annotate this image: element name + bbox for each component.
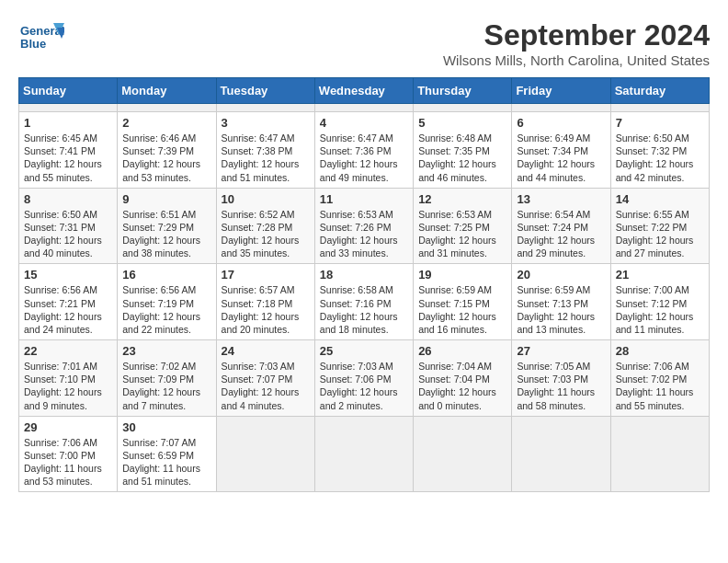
day-number: 27	[517, 344, 605, 358]
calendar-cell: 9Sunrise: 6:51 AM Sunset: 7:29 PM Daylig…	[118, 188, 216, 264]
calendar-cell: 12Sunrise: 6:53 AM Sunset: 7:25 PM Dayli…	[414, 188, 512, 264]
cell-info: Sunrise: 6:47 AM Sunset: 7:36 PM Dayligh…	[320, 132, 408, 184]
calendar-cell	[512, 104, 610, 112]
logo-icon: General Blue	[18, 18, 64, 55]
cell-info: Sunrise: 7:03 AM Sunset: 7:07 PM Dayligh…	[222, 360, 310, 412]
cell-info: Sunrise: 7:02 AM Sunset: 7:09 PM Dayligh…	[122, 360, 210, 412]
calendar-week-row: 29Sunrise: 7:06 AM Sunset: 7:00 PM Dayli…	[19, 416, 710, 492]
day-number: 6	[517, 116, 605, 130]
day-number: 14	[616, 192, 704, 206]
day-number: 20	[517, 268, 605, 282]
calendar-cell: 2Sunrise: 6:46 AM Sunset: 7:39 PM Daylig…	[118, 112, 216, 189]
day-number: 17	[222, 268, 310, 282]
calendar-header-row: SundayMondayTuesdayWednesdayThursdayFrid…	[19, 78, 710, 104]
cell-info: Sunrise: 6:59 AM Sunset: 7:15 PM Dayligh…	[418, 283, 506, 336]
cell-info: Sunrise: 6:56 AM Sunset: 7:19 PM Dayligh…	[122, 283, 210, 336]
day-number: 12	[418, 192, 506, 206]
calendar-cell: 13Sunrise: 6:54 AM Sunset: 7:24 PM Dayli…	[512, 188, 610, 264]
day-number: 29	[24, 420, 112, 434]
day-number: 18	[320, 268, 408, 282]
cell-info: Sunrise: 6:53 AM Sunset: 7:25 PM Dayligh…	[418, 208, 506, 260]
day-number: 11	[320, 192, 408, 206]
cell-info: Sunrise: 6:51 AM Sunset: 7:29 PM Dayligh…	[122, 208, 210, 260]
calendar-cell: 8Sunrise: 6:50 AM Sunset: 7:31 PM Daylig…	[19, 188, 118, 264]
cell-info: Sunrise: 6:58 AM Sunset: 7:16 PM Dayligh…	[320, 283, 408, 336]
calendar-cell: 16Sunrise: 6:56 AM Sunset: 7:19 PM Dayli…	[118, 264, 216, 340]
calendar-cell	[610, 416, 709, 492]
day-number: 26	[418, 344, 506, 358]
calendar-cell: 5Sunrise: 6:48 AM Sunset: 7:35 PM Daylig…	[414, 112, 512, 189]
main-title: September 2024	[443, 18, 710, 52]
day-number: 24	[222, 344, 310, 358]
day-number: 15	[24, 268, 112, 282]
day-number: 21	[616, 268, 704, 282]
cell-info: Sunrise: 6:45 AM Sunset: 7:41 PM Dayligh…	[24, 132, 112, 184]
calendar-cell: 15Sunrise: 6:56 AM Sunset: 7:21 PM Dayli…	[19, 264, 118, 340]
header-monday: Monday	[118, 78, 216, 104]
calendar-cell: 3Sunrise: 6:47 AM Sunset: 7:38 PM Daylig…	[216, 112, 314, 189]
calendar-cell: 23Sunrise: 7:02 AM Sunset: 7:09 PM Dayli…	[118, 340, 216, 417]
calendar-cell: 6Sunrise: 6:49 AM Sunset: 7:34 PM Daylig…	[512, 112, 610, 189]
cell-info: Sunrise: 7:01 AM Sunset: 7:10 PM Dayligh…	[24, 360, 112, 412]
cell-info: Sunrise: 7:03 AM Sunset: 7:06 PM Dayligh…	[320, 360, 408, 412]
calendar-cell	[216, 104, 314, 112]
calendar-cell	[414, 104, 512, 112]
cell-info: Sunrise: 6:49 AM Sunset: 7:34 PM Dayligh…	[517, 132, 605, 184]
day-number: 3	[222, 116, 310, 130]
cell-info: Sunrise: 7:00 AM Sunset: 7:12 PM Dayligh…	[616, 283, 704, 336]
calendar-cell: 22Sunrise: 7:01 AM Sunset: 7:10 PM Dayli…	[19, 340, 118, 417]
header: General Blue September 2024 Wilsons Mill…	[18, 18, 710, 68]
cell-info: Sunrise: 6:53 AM Sunset: 7:26 PM Dayligh…	[320, 208, 408, 260]
calendar-week-row: 1Sunrise: 6:45 AM Sunset: 7:41 PM Daylig…	[19, 112, 710, 189]
header-tuesday: Tuesday	[216, 78, 314, 104]
calendar-cell: 4Sunrise: 6:47 AM Sunset: 7:36 PM Daylig…	[314, 112, 413, 189]
day-number: 13	[517, 192, 605, 206]
day-number: 9	[122, 192, 210, 206]
day-number: 30	[122, 420, 210, 434]
calendar-cell: 7Sunrise: 6:50 AM Sunset: 7:32 PM Daylig…	[610, 112, 709, 189]
header-friday: Friday	[512, 78, 610, 104]
calendar-cell: 26Sunrise: 7:04 AM Sunset: 7:04 PM Dayli…	[414, 340, 512, 417]
calendar-cell: 14Sunrise: 6:55 AM Sunset: 7:22 PM Dayli…	[610, 188, 709, 264]
cell-info: Sunrise: 6:48 AM Sunset: 7:35 PM Dayligh…	[418, 132, 506, 184]
calendar-cell: 18Sunrise: 6:58 AM Sunset: 7:16 PM Dayli…	[314, 264, 413, 340]
calendar-cell	[314, 416, 413, 492]
cell-info: Sunrise: 7:07 AM Sunset: 6:59 PM Dayligh…	[122, 436, 210, 488]
calendar-week-row	[19, 104, 710, 112]
calendar-cell: 10Sunrise: 6:52 AM Sunset: 7:28 PM Dayli…	[216, 188, 314, 264]
header-saturday: Saturday	[610, 78, 709, 104]
calendar-cell	[610, 104, 709, 112]
calendar-cell: 24Sunrise: 7:03 AM Sunset: 7:07 PM Dayli…	[216, 340, 314, 417]
cell-info: Sunrise: 6:50 AM Sunset: 7:31 PM Dayligh…	[24, 208, 112, 260]
cell-info: Sunrise: 6:55 AM Sunset: 7:22 PM Dayligh…	[616, 208, 704, 260]
day-number: 1	[24, 116, 112, 130]
cell-info: Sunrise: 6:46 AM Sunset: 7:39 PM Dayligh…	[122, 132, 210, 184]
cell-info: Sunrise: 6:56 AM Sunset: 7:21 PM Dayligh…	[24, 283, 112, 336]
calendar-cell: 27Sunrise: 7:05 AM Sunset: 7:03 PM Dayli…	[512, 340, 610, 417]
day-number: 10	[222, 192, 310, 206]
calendar-cell: 11Sunrise: 6:53 AM Sunset: 7:26 PM Dayli…	[314, 188, 413, 264]
day-number: 28	[616, 344, 704, 358]
day-number: 7	[616, 116, 704, 130]
calendar-cell	[216, 416, 314, 492]
calendar-week-row: 22Sunrise: 7:01 AM Sunset: 7:10 PM Dayli…	[19, 340, 710, 417]
day-number: 16	[122, 268, 210, 282]
calendar-cell	[512, 416, 610, 492]
svg-text:Blue: Blue	[20, 37, 46, 51]
cell-info: Sunrise: 7:06 AM Sunset: 7:00 PM Dayligh…	[24, 436, 112, 488]
calendar-week-row: 15Sunrise: 6:56 AM Sunset: 7:21 PM Dayli…	[19, 264, 710, 340]
subtitle: Wilsons Mills, North Carolina, United St…	[443, 52, 710, 68]
header-thursday: Thursday	[414, 78, 512, 104]
calendar-cell: 29Sunrise: 7:06 AM Sunset: 7:00 PM Dayli…	[19, 416, 118, 492]
day-number: 25	[320, 344, 408, 358]
cell-info: Sunrise: 7:06 AM Sunset: 7:02 PM Dayligh…	[616, 360, 704, 412]
cell-info: Sunrise: 6:50 AM Sunset: 7:32 PM Dayligh…	[616, 132, 704, 184]
calendar-cell	[314, 104, 413, 112]
day-number: 5	[418, 116, 506, 130]
day-number: 19	[418, 268, 506, 282]
cell-info: Sunrise: 6:59 AM Sunset: 7:13 PM Dayligh…	[517, 283, 605, 336]
cell-info: Sunrise: 6:47 AM Sunset: 7:38 PM Dayligh…	[222, 132, 310, 184]
day-number: 22	[24, 344, 112, 358]
day-number: 8	[24, 192, 112, 206]
cell-info: Sunrise: 7:04 AM Sunset: 7:04 PM Dayligh…	[418, 360, 506, 412]
